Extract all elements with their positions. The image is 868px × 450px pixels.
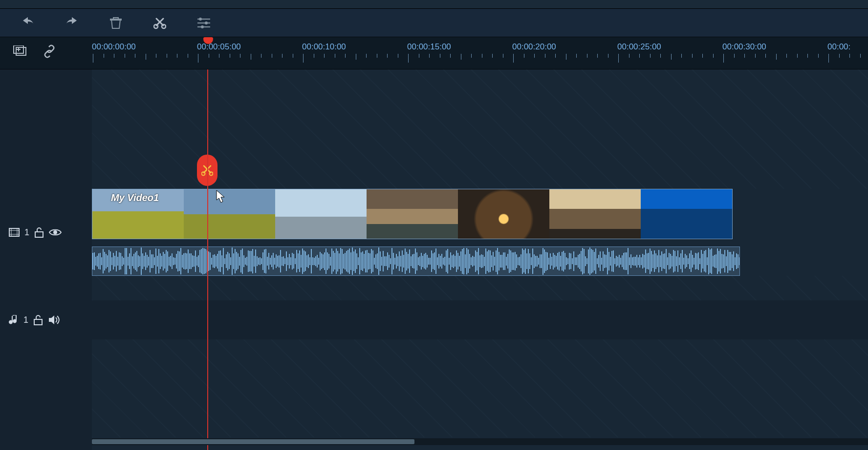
undo-button[interactable]	[20, 15, 36, 31]
svg-rect-5	[16, 47, 26, 55]
svg-point-11	[53, 230, 57, 234]
lock-icon[interactable]	[33, 315, 43, 325]
clip-thumbnail	[184, 189, 275, 239]
music-note-icon	[9, 314, 19, 326]
scissors-icon	[153, 17, 166, 29]
music-track-header: 1	[0, 300, 92, 339]
empty-gap	[92, 276, 868, 300]
video-track-header: 1	[0, 189, 92, 276]
lock-icon[interactable]	[34, 227, 44, 238]
visibility-icon[interactable]	[49, 228, 62, 237]
clip-thumbnail	[458, 189, 549, 239]
ruler-label: 00:00:25:00	[617, 42, 661, 52]
svg-point-0	[154, 24, 158, 28]
sliders-icon	[197, 18, 210, 28]
timeline-scrollbar[interactable]	[92, 438, 868, 445]
split-button[interactable]	[152, 15, 168, 31]
ruler-left-tools	[0, 37, 92, 69]
add-marker-button[interactable]	[13, 44, 27, 59]
ruler-label: 00:00:10:00	[302, 42, 346, 52]
empty-track-bottom	[92, 339, 868, 437]
ruler-label: 00:00:15:00	[407, 42, 451, 52]
split-marker[interactable]	[197, 155, 217, 186]
filmstrip-icon	[9, 227, 20, 238]
ruler-row: 00:00:00:0000:00:05:0000:00:10:0000:00:1…	[0, 37, 868, 69]
ruler-label: 00:00:	[827, 42, 850, 52]
scissors-icon	[201, 164, 213, 176]
link-button[interactable]	[42, 44, 57, 59]
clip-thumbnail	[367, 189, 458, 239]
svg-rect-12	[34, 319, 42, 325]
link-icon	[43, 45, 56, 58]
video-clip[interactable]: My Video1	[92, 189, 733, 239]
track-area[interactable]: 1 My Video1	[92, 69, 868, 450]
video-track-1: 1 My Video1	[92, 189, 868, 276]
ruler-label: 00:00:05:00	[197, 42, 241, 52]
scrollbar-thumb[interactable]	[92, 439, 414, 444]
ruler-label: 00:00:20:00	[512, 42, 556, 52]
trash-icon	[110, 17, 122, 29]
video-track-index: 1	[24, 227, 29, 238]
redo-button[interactable]	[64, 15, 80, 31]
redo-icon	[65, 17, 79, 29]
ruler-label: 00:00:30:00	[722, 42, 766, 52]
timeline-body: 1 My Video1	[0, 69, 868, 450]
speaker-icon[interactable]	[48, 315, 60, 325]
music-track-index: 1	[23, 315, 28, 325]
time-ruler[interactable]: 00:00:00:0000:00:05:0000:00:10:0000:00:1…	[92, 37, 868, 69]
clip-title: My Video1	[111, 192, 159, 203]
svg-rect-10	[35, 232, 43, 237]
clip-thumbnail	[549, 189, 641, 239]
filters-button[interactable]	[195, 15, 212, 31]
svg-point-1	[162, 24, 166, 28]
svg-point-2	[199, 18, 202, 21]
add-frame-icon	[13, 45, 27, 57]
ruler-label: 00:00:00:00	[92, 42, 136, 52]
svg-point-4	[201, 25, 204, 28]
music-track-1[interactable]: 1	[92, 300, 868, 339]
svg-point-3	[205, 22, 208, 24]
undo-icon	[21, 17, 35, 29]
clip-thumbnail	[275, 189, 367, 239]
menu-bar	[0, 0, 868, 9]
timeline-toolbar	[0, 9, 868, 37]
svg-rect-9	[9, 228, 19, 236]
clip-thumbnail	[641, 189, 732, 239]
delete-button[interactable]	[108, 15, 124, 31]
linked-audio-clip[interactable]	[92, 247, 740, 276]
